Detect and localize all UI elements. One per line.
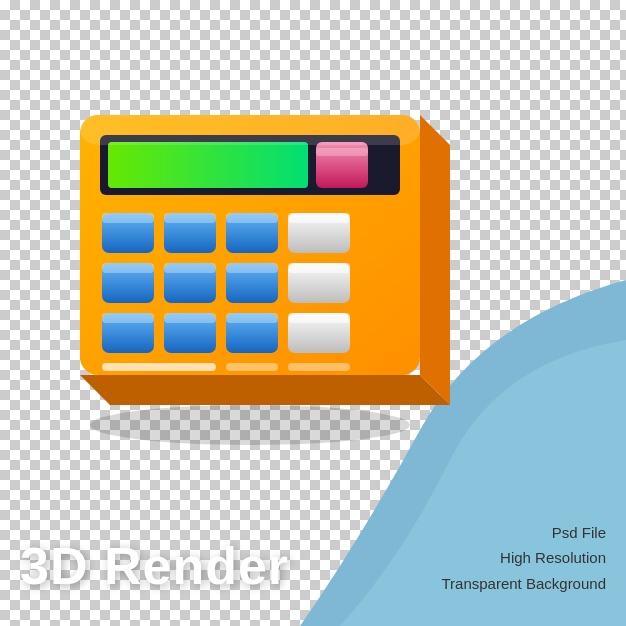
meta-psd: Psd File — [441, 520, 606, 546]
main-title-area: 3D Render — [20, 536, 289, 596]
meta-resolution: High Resolution — [441, 545, 606, 571]
svg-rect-14 — [288, 213, 350, 223]
svg-rect-26 — [164, 313, 216, 323]
calculator-3d — [20, 30, 520, 460]
meta-info-area: Psd File High Resolution Transparent Bac… — [441, 520, 606, 597]
svg-rect-30 — [288, 313, 350, 323]
svg-rect-31 — [102, 363, 216, 371]
meta-transparent: Transparent Background — [441, 571, 606, 597]
svg-rect-28 — [226, 313, 278, 323]
main-title: 3D Render — [20, 537, 289, 595]
svg-rect-8 — [102, 213, 154, 223]
svg-rect-18 — [164, 263, 216, 273]
svg-rect-24 — [102, 313, 154, 323]
svg-rect-34 — [80, 115, 420, 145]
svg-rect-12 — [226, 213, 278, 223]
svg-point-0 — [90, 405, 410, 445]
main-container: 3D Render Psd File High Resolution Trans… — [0, 0, 626, 626]
svg-rect-32 — [226, 363, 278, 371]
svg-rect-20 — [226, 263, 278, 273]
svg-rect-4 — [108, 142, 308, 188]
svg-rect-6 — [316, 148, 368, 156]
svg-rect-16 — [102, 263, 154, 273]
svg-rect-10 — [164, 213, 216, 223]
svg-rect-22 — [288, 263, 350, 273]
svg-rect-33 — [288, 363, 350, 371]
